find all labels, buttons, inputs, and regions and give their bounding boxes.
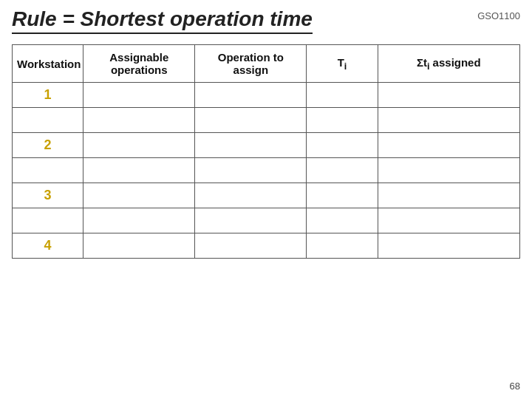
cell-workstation <box>13 208 83 233</box>
table-row: 2 <box>13 133 520 158</box>
cell-operation <box>195 233 307 259</box>
page-title: Rule = Shortest operation time <box>12 7 313 34</box>
cell-ti <box>307 83 378 108</box>
col-header-workstation: Workstation <box>13 45 83 83</box>
cell-sum <box>378 83 519 108</box>
cell-sum <box>378 133 519 158</box>
table-row: 1 <box>13 83 520 108</box>
table-row <box>13 208 520 233</box>
cell-workstation: 2 <box>13 133 83 158</box>
cell-ti <box>307 183 378 208</box>
main-table: Workstation Assignable operations Operat… <box>12 44 520 259</box>
page-container: Rule = Shortest operation time GSO1100 W… <box>0 0 532 399</box>
cell-assignable <box>83 83 195 108</box>
cell-operation <box>195 158 307 183</box>
page-number: 68 <box>510 381 520 392</box>
cell-ti <box>307 108 378 133</box>
cell-operation <box>195 133 307 158</box>
col-header-sum: Σti assigned <box>378 45 519 83</box>
cell-workstation: 3 <box>13 183 83 208</box>
cell-assignable <box>83 108 195 133</box>
cell-sum <box>378 233 519 259</box>
course-code: GSO1100 <box>477 10 520 21</box>
cell-ti <box>307 158 378 183</box>
table-row: 3 <box>13 183 520 208</box>
table-row <box>13 158 520 183</box>
cell-sum <box>378 158 519 183</box>
table-row <box>13 108 520 133</box>
cell-assignable <box>83 208 195 233</box>
col-header-assignable: Assignable operations <box>83 45 195 83</box>
cell-workstation: 4 <box>13 233 83 259</box>
cell-operation <box>195 183 307 208</box>
cell-sum <box>378 208 519 233</box>
cell-assignable <box>83 133 195 158</box>
col-header-operation: Operation to assign <box>195 45 307 83</box>
cell-sum <box>378 183 519 208</box>
table-wrapper: Workstation Assignable operations Operat… <box>12 44 520 376</box>
table-row: 4 <box>13 233 520 259</box>
table-body: 1234 <box>13 83 520 259</box>
cell-sum <box>378 108 519 133</box>
cell-operation <box>195 108 307 133</box>
cell-workstation <box>13 158 83 183</box>
footer-row: 68 <box>12 381 520 392</box>
table-header-row: Workstation Assignable operations Operat… <box>13 45 520 83</box>
cell-ti <box>307 233 378 259</box>
cell-workstation <box>13 108 83 133</box>
cell-operation <box>195 208 307 233</box>
cell-workstation: 1 <box>13 83 83 108</box>
col-header-ti: Ti <box>307 45 378 83</box>
cell-assignable <box>83 183 195 208</box>
cell-assignable <box>83 233 195 259</box>
cell-assignable <box>83 158 195 183</box>
header-row: Rule = Shortest operation time GSO1100 <box>12 7 520 34</box>
cell-ti <box>307 208 378 233</box>
cell-ti <box>307 133 378 158</box>
cell-operation <box>195 83 307 108</box>
